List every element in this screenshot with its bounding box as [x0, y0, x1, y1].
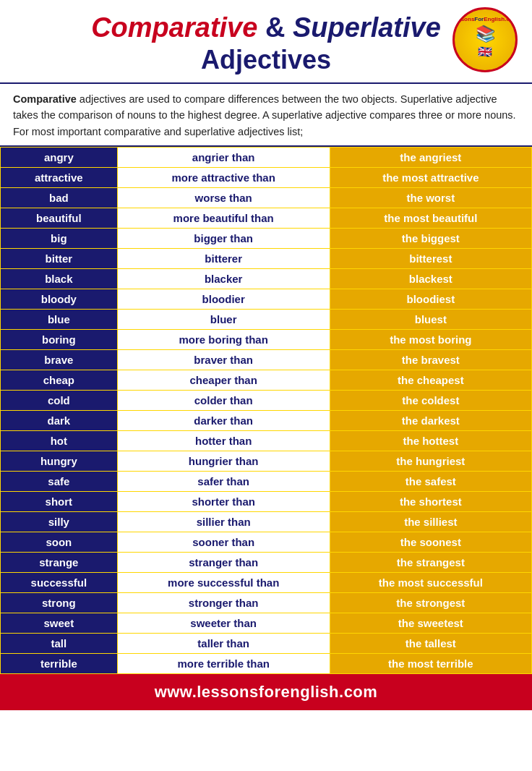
adjective-cell: cheap: [1, 370, 118, 391]
title-line2: Adjectives: [14, 45, 518, 75]
comparative-cell: braver than: [117, 350, 330, 370]
superlative-cell: the darkest: [330, 411, 531, 431]
table-row: bluebluerbluest: [1, 310, 532, 330]
superlative-cell: the safest: [330, 472, 531, 492]
adjective-cell: bad: [1, 188, 118, 208]
adjective-cell: angry: [1, 148, 118, 168]
comparative-cell: hotter than: [117, 431, 330, 451]
comparative-cell: colder than: [117, 391, 330, 411]
adjective-cell: strange: [1, 553, 118, 573]
adjective-cell: big: [1, 229, 118, 249]
comparative-cell: darker than: [117, 411, 330, 431]
table-row: soonsooner thanthe soonest: [1, 532, 532, 553]
table-row: angryangrier thanthe angriest: [1, 148, 532, 168]
table-row: bitterbittererbitterest: [1, 249, 532, 269]
adjective-cell: hot: [1, 431, 118, 451]
adjective-cell: beautiful: [1, 208, 118, 229]
comparative-cell: bigger than: [117, 229, 330, 249]
superlative-cell: bloodiest: [330, 289, 531, 310]
superlative-cell: the shortest: [330, 492, 531, 512]
adjective-cell: short: [1, 492, 118, 512]
table-row: shortshorter thanthe shortest: [1, 492, 532, 512]
adjective-cell: attractive: [1, 168, 118, 188]
table-row: bloodybloodierbloodiest: [1, 289, 532, 310]
table-row: darkdarker thanthe darkest: [1, 411, 532, 431]
adjective-cell: strong: [1, 593, 118, 613]
superlative-cell: the most boring: [330, 330, 531, 350]
superlative-cell: the tallest: [330, 634, 531, 654]
table-row: blackblackerblackest: [1, 269, 532, 289]
table-row: coldcolder thanthe coldest: [1, 391, 532, 411]
logo-book-icon: 📚: [476, 25, 495, 43]
page-wrapper: Comparative & Superlative Adjectives Les…: [0, 0, 532, 710]
comparative-cell: more terrible than: [117, 654, 330, 674]
comparative-cell: blacker: [117, 269, 330, 289]
comparative-cell: stranger than: [117, 553, 330, 573]
table-row: attractivemore attractive thanthe most a…: [1, 168, 532, 188]
adjective-cell: black: [1, 269, 118, 289]
superlative-cell: the most terrible: [330, 654, 531, 674]
table-row: beautifulmore beautiful thanthe most bea…: [1, 208, 532, 229]
main-title: Comparative & Superlative Adjectives: [14, 13, 518, 75]
table-row: hothotter thanthe hottest: [1, 431, 532, 451]
table-row: badworse thanthe worst: [1, 188, 532, 208]
superlative-cell: the angriest: [330, 148, 531, 168]
superlative-cell: the strangest: [330, 553, 531, 573]
adjective-cell: terrible: [1, 654, 118, 674]
comparative-cell: stronger than: [117, 593, 330, 613]
title-amp: &: [257, 12, 293, 43]
footer: www.lessonsforenglish.com: [0, 674, 532, 710]
superlative-cell: the sweetest: [330, 613, 531, 634]
superlative-cell: the biggest: [330, 229, 531, 249]
comparative-cell: bitterer: [117, 249, 330, 269]
superlative-cell: the hungriest: [330, 451, 531, 472]
logo-text-top: LessonsForEnglish.Com: [452, 17, 518, 23]
logo-flag: 🇬🇧: [478, 45, 492, 59]
comparative-cell: sooner than: [117, 532, 330, 553]
comparative-cell: more successful than: [117, 573, 330, 593]
title-comparative: Comparative: [91, 12, 257, 43]
adjective-cell: successful: [1, 573, 118, 593]
comparative-cell: more attractive than: [117, 168, 330, 188]
title-line1: Comparative & Superlative: [14, 13, 518, 43]
superlative-cell: the cheapest: [330, 370, 531, 391]
adjective-cell: tall: [1, 634, 118, 654]
table-row: sillysillier thanthe silliest: [1, 512, 532, 532]
comparative-cell: bluer: [117, 310, 330, 330]
superlative-cell: the hottest: [330, 431, 531, 451]
adjective-cell: blue: [1, 310, 118, 330]
comparative-cell: safer than: [117, 472, 330, 492]
superlative-cell: the most attractive: [330, 168, 531, 188]
description-text: adjectives are used to compare differenc…: [13, 93, 516, 137]
footer-url: www.lessonsforenglish.com: [7, 683, 525, 702]
comparative-cell: sillier than: [117, 512, 330, 532]
adjective-cell: silly: [1, 512, 118, 532]
superlative-cell: the worst: [330, 188, 531, 208]
table-row: boringmore boring thanthe most boring: [1, 330, 532, 350]
table-row: cheapcheaper thanthe cheapest: [1, 370, 532, 391]
adjective-cell: bitter: [1, 249, 118, 269]
superlative-cell: the bravest: [330, 350, 531, 370]
adjective-cell: dark: [1, 411, 118, 431]
comparative-cell: hungrier than: [117, 451, 330, 472]
superlative-cell: the silliest: [330, 512, 531, 532]
superlative-cell: bluest: [330, 310, 531, 330]
superlative-cell: the most beautiful: [330, 208, 531, 229]
superlative-cell: the strongest: [330, 593, 531, 613]
description-bold: Comparative: [13, 93, 77, 105]
table-row: hungryhungrier thanthe hungriest: [1, 451, 532, 472]
adjective-cell: cold: [1, 391, 118, 411]
adjective-cell: boring: [1, 330, 118, 350]
description: Comparative adjectives are used to compa…: [0, 82, 532, 147]
comparative-cell: sweeter than: [117, 613, 330, 634]
table-row: terriblemore terrible thanthe most terri…: [1, 654, 532, 674]
superlative-cell: the coldest: [330, 391, 531, 411]
table-row: successfulmore successful thanthe most s…: [1, 573, 532, 593]
table-row: talltaller thanthe tallest: [1, 634, 532, 654]
comparative-cell: more boring than: [117, 330, 330, 350]
adjectives-table: angryangrier thanthe angriestattractivem…: [0, 147, 532, 674]
header: Comparative & Superlative Adjectives Les…: [0, 0, 532, 82]
comparative-cell: worse than: [117, 188, 330, 208]
logo: LessonsForEnglish.Com 📚 🇬🇧: [452, 7, 518, 72]
adjective-cell: safe: [1, 472, 118, 492]
